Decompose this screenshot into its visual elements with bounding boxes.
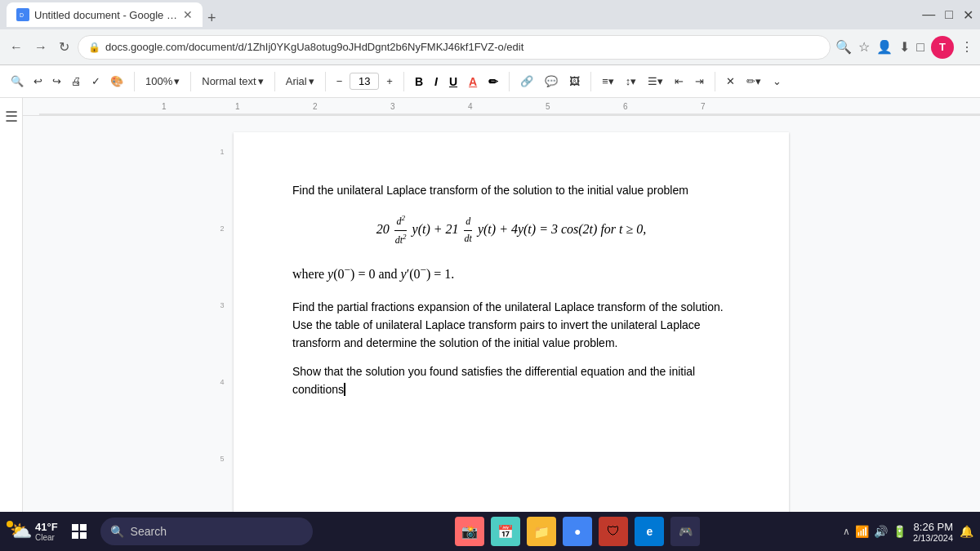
highlight-btn[interactable]: ✏	[484, 73, 502, 91]
ruler-svg: 1 1 2 3 4 5 6 7	[39, 98, 980, 116]
zoom-dropdown[interactable]: 100% ▾	[141, 73, 184, 90]
font-size-plus[interactable]: +	[382, 73, 397, 90]
font-size-field[interactable]: 13	[350, 73, 379, 90]
redo-btn[interactable]: ↪	[48, 73, 65, 90]
network-icon[interactable]: 📶	[855, 525, 869, 538]
account-icon[interactable]: 👤	[876, 39, 893, 55]
paragraph-3-text: Show that the solution you found satisfi…	[292, 365, 695, 396]
volume-icon[interactable]: 🔊	[874, 525, 888, 538]
checklist-btn[interactable]: ☰▾	[644, 73, 667, 90]
address-bar: ← → ↻ 🔒 docs.google.com/document/d/1ZhIj…	[0, 29, 980, 65]
taskbar-app-gaming[interactable]: 🎮	[670, 517, 700, 546]
taskbar-app-photos[interactable]: 📸	[455, 517, 484, 546]
clear-formatting-btn[interactable]: ✕	[722, 73, 739, 90]
bookmark-icon[interactable]: ☆	[858, 39, 870, 55]
start-button[interactable]	[65, 517, 94, 546]
doc-toolbar: 🔍 ↩ ↪ 🖨 ✓ 🎨 100% ▾ Normal text ▾ Arial ▾…	[0, 65, 980, 98]
equation-display: 20 d2 dt2 y(t) + 21 d dt y(t	[292, 212, 730, 247]
zoom-chevron: ▾	[174, 75, 180, 87]
menu-icon[interactable]: ⋮	[960, 39, 973, 55]
chevron-up-icon[interactable]: ∧	[843, 526, 850, 537]
align-btn[interactable]: ≡▾	[598, 73, 618, 90]
undo-btn[interactable]: ↩	[29, 73, 47, 90]
toolbar-sep-8	[715, 72, 715, 91]
document-page[interactable]: Find the unilateral Laplace transform of…	[234, 132, 789, 512]
toolbar-sep-7	[590, 72, 591, 91]
taskbar-app-chrome[interactable]: ●	[563, 517, 592, 546]
svg-text:3: 3	[390, 102, 395, 111]
search-replace-btn[interactable]: 🔍	[7, 73, 28, 90]
paragraph-3: Show that the solution you found satisfi…	[292, 362, 730, 399]
tab-favicon: D	[16, 8, 29, 21]
link-btn[interactable]: 🔗	[516, 73, 537, 90]
bold-btn[interactable]: B	[411, 73, 427, 91]
svg-text:7: 7	[701, 102, 706, 111]
edit-btn[interactable]: ✏▾	[742, 73, 765, 90]
toolbar-sep-4	[325, 72, 326, 91]
doc-scroll[interactable]: 1 2 3 4 5 Find the unilateral Laplace tr…	[23, 116, 980, 512]
clock-widget[interactable]: 8:26 PM 2/13/2024	[913, 521, 953, 543]
font-chevron: ▾	[309, 75, 314, 87]
underline-btn[interactable]: U	[445, 73, 461, 91]
paragraph-1: Find the unilateral Laplace transform of…	[292, 181, 730, 199]
taskbar: ⛅ 41°F Clear 🔍 Search �	[0, 512, 980, 551]
vertical-ruler: 1 2 3 4 5	[214, 132, 230, 495]
minimize-button[interactable]: —	[922, 7, 935, 22]
image-btn[interactable]: 🖼	[565, 73, 584, 90]
svg-text:5: 5	[546, 102, 550, 111]
edge-icon: e	[646, 525, 653, 538]
back-button[interactable]: ←	[7, 37, 26, 58]
svg-text:1: 1	[162, 102, 167, 111]
battery-icon[interactable]: 🔋	[893, 525, 906, 538]
ruler-area: 1 1 2 3 4 5 6 7 1 2 3	[23, 98, 980, 512]
url-text: docs.google.com/document/d/1ZhIj0YKgUa8o…	[105, 41, 820, 53]
taskbar-app-calendar[interactable]: 📅	[491, 517, 520, 546]
clock-date: 2/13/2024	[913, 533, 953, 543]
font-dropdown[interactable]: Arial ▾	[282, 73, 318, 90]
print-btn[interactable]: 🖨	[67, 73, 86, 90]
tab-area: D Untitled document - Google Do ✕ +	[7, 2, 912, 27]
style-dropdown[interactable]: Normal text ▾	[198, 73, 267, 90]
taskbar-app-security[interactable]: 🛡	[599, 517, 628, 546]
svg-text:4: 4	[468, 102, 473, 111]
paint-format-btn[interactable]: 🎨	[106, 73, 127, 90]
font-size-minus[interactable]: −	[332, 73, 347, 90]
forward-button[interactable]: →	[31, 37, 51, 58]
weather-icon: ⛅	[10, 521, 32, 541]
clock-time: 8:26 PM	[913, 521, 953, 533]
indent-increase-btn[interactable]: ⇥	[691, 73, 708, 90]
expand-btn[interactable]: ⌄	[768, 73, 786, 90]
toolbar-sep-6	[509, 72, 510, 91]
taskbar-app-edge[interactable]: e	[635, 517, 664, 546]
taskbar-search[interactable]: 🔍 Search	[100, 518, 313, 545]
tab-close-button[interactable]: ✕	[183, 8, 193, 21]
url-bar[interactable]: 🔒 docs.google.com/document/d/1ZhIj0YKgUa…	[78, 35, 831, 60]
italic-btn[interactable]: I	[430, 73, 442, 91]
chrome-icon: ●	[574, 525, 581, 538]
taskbar-app-files[interactable]: 📁	[527, 517, 556, 546]
reload-button[interactable]: ↻	[56, 36, 73, 58]
weather-info: 41°F Clear	[35, 521, 58, 542]
zoom-value: 100%	[145, 75, 172, 87]
sidebar-toggle[interactable]: ☰	[0, 98, 23, 512]
profile-avatar[interactable]: T	[931, 36, 954, 59]
search-icon[interactable]: 🔍	[835, 39, 852, 55]
spellcheck-btn[interactable]: ✓	[87, 73, 105, 90]
text-color-btn[interactable]: A	[465, 73, 481, 91]
extensions-icon[interactable]: □	[916, 40, 924, 55]
weather-temp: 41°F	[35, 521, 58, 533]
indent-decrease-btn[interactable]: ⇤	[670, 73, 688, 90]
close-button[interactable]: ✕	[963, 7, 973, 23]
notification-center-icon[interactable]: 🔔	[960, 525, 973, 538]
browser-tab[interactable]: D Untitled document - Google Do ✕	[7, 2, 203, 27]
new-tab-button[interactable]: +	[207, 10, 216, 27]
taskbar-center: 📸 📅 📁 ● 🛡 e 🎮	[319, 517, 836, 546]
window-controls: — □ ✕	[922, 7, 973, 23]
weather-widget: ⛅ 41°F Clear	[7, 521, 58, 542]
line-spacing-btn[interactable]: ↕▾	[621, 73, 641, 90]
maximize-button[interactable]: □	[945, 7, 953, 22]
taskbar-search-icon: 🔍	[110, 525, 124, 538]
comment-btn[interactable]: 💬	[541, 73, 562, 90]
download-icon[interactable]: ⬇	[899, 39, 910, 55]
svg-text:6: 6	[623, 102, 628, 111]
